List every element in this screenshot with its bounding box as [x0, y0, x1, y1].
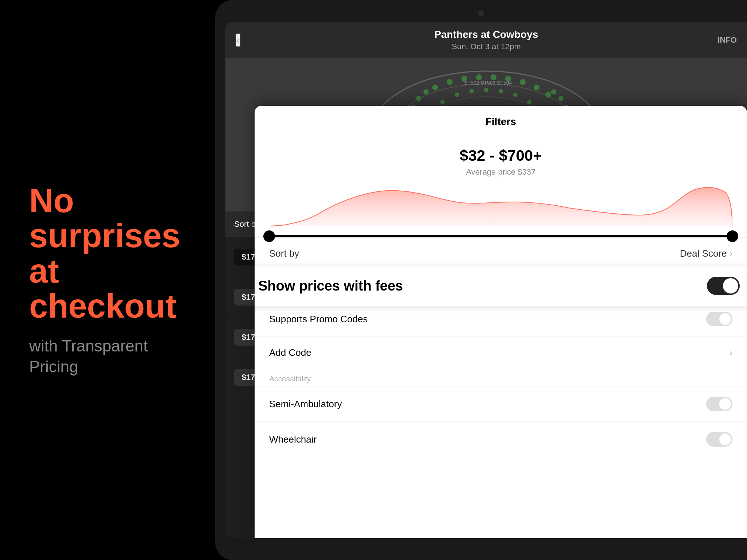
svg-point-46	[455, 93, 459, 97]
semi-ambulatory-label: Semi-Ambulatory	[269, 398, 342, 410]
semi-ambulatory-toggle[interactable]	[706, 397, 732, 411]
event-name: Panthers at Cowboys	[434, 29, 538, 40]
slider-thumb-left[interactable]	[263, 230, 275, 242]
ipad-device: ‹ Panthers at Cowboys Sun, Oct 3 at 12pm…	[215, 0, 747, 560]
svg-point-13	[545, 92, 551, 98]
add-code-label: Add Code	[269, 347, 311, 358]
svg-point-51	[527, 100, 531, 104]
wheelchair-label: Wheelchair	[269, 434, 317, 445]
promo-codes-label: Supports Promo Codes	[269, 314, 368, 325]
promo-codes-toggle[interactable]	[706, 312, 732, 326]
sort-by-row[interactable]: Sort by Deal Score ›	[255, 237, 747, 269]
app-header: ‹ Panthers at Cowboys Sun, Oct 3 at 12pm…	[225, 22, 747, 58]
accessibility-section-header: Accessibility	[255, 369, 747, 386]
svg-point-5	[432, 85, 438, 90]
toggle-knob	[719, 313, 731, 325]
toggle-knob	[723, 278, 738, 293]
toggle-knob	[719, 433, 731, 445]
subheadline: with Transparent Pricing	[29, 335, 186, 377]
event-date: Sun, Oct 3 at 12pm	[434, 42, 538, 51]
svg-point-12	[534, 85, 539, 90]
svg-text:ST503: ST503	[480, 80, 495, 86]
camera	[478, 10, 484, 16]
back-button[interactable]: ‹	[236, 34, 240, 47]
svg-text:ST502: ST502	[464, 80, 479, 86]
toggle-knob	[719, 398, 731, 410]
price-slider-container	[255, 235, 747, 237]
filters-title: Filters	[263, 116, 738, 128]
svg-point-49	[499, 89, 503, 93]
show-prices-label: Show prices with fees	[258, 278, 403, 294]
filters-modal: Filters $32 - $700+ Average price $337	[255, 106, 747, 538]
sort-by-value: Deal Score ›	[680, 248, 732, 259]
promo-codes-filter-row[interactable]: Supports Promo Codes	[255, 301, 747, 337]
price-range-label: $32 - $700+	[269, 147, 732, 164]
svg-point-8	[476, 74, 482, 80]
add-code-chevron-icon: ›	[730, 348, 732, 358]
svg-point-32	[551, 89, 556, 94]
wheelchair-row[interactable]: Wheelchair	[255, 421, 747, 457]
filters-header: Filters	[255, 106, 747, 135]
left-panel: No surprises at checkout with Transparen…	[0, 0, 215, 560]
svg-point-50	[513, 93, 518, 97]
svg-point-11	[520, 79, 526, 85]
headline: No surprises at checkout	[29, 183, 186, 324]
svg-point-29	[416, 96, 421, 101]
ipad-screen: ‹ Panthers at Cowboys Sun, Oct 3 at 12pm…	[225, 22, 747, 538]
price-slider-track[interactable]	[269, 235, 732, 237]
svg-point-30	[423, 89, 429, 94]
slider-thumb-right[interactable]	[727, 230, 738, 242]
semi-ambulatory-row[interactable]: Semi-Ambulatory	[255, 386, 747, 421]
headline-line2: at checkout	[29, 252, 177, 325]
info-button[interactable]: INFO	[717, 35, 737, 45]
svg-point-6	[447, 79, 453, 85]
price-range-section: $32 - $700+ Average price $337	[255, 135, 747, 235]
svg-point-9	[491, 74, 496, 80]
average-price: Average price $337	[269, 167, 732, 177]
show-prices-toggle[interactable]	[707, 277, 740, 295]
price-histogram	[269, 184, 732, 228]
svg-point-48	[484, 88, 488, 92]
chevron-right-icon: ›	[730, 249, 732, 258]
svg-point-31	[558, 96, 564, 101]
accessibility-section-label: Accessibility	[269, 374, 311, 383]
svg-point-45	[440, 100, 445, 104]
svg-text:ST504: ST504	[497, 80, 512, 86]
event-title: Panthers at Cowboys Sun, Oct 3 at 12pm	[434, 29, 538, 51]
headline-line1: No surprises	[29, 182, 180, 254]
add-code-row[interactable]: Add Code ›	[255, 337, 747, 369]
show-prices-card: Show prices with fees	[255, 266, 747, 306]
wheelchair-toggle[interactable]	[706, 432, 732, 447]
sort-by-label: Sort by	[269, 248, 299, 259]
svg-point-47	[469, 89, 474, 93]
